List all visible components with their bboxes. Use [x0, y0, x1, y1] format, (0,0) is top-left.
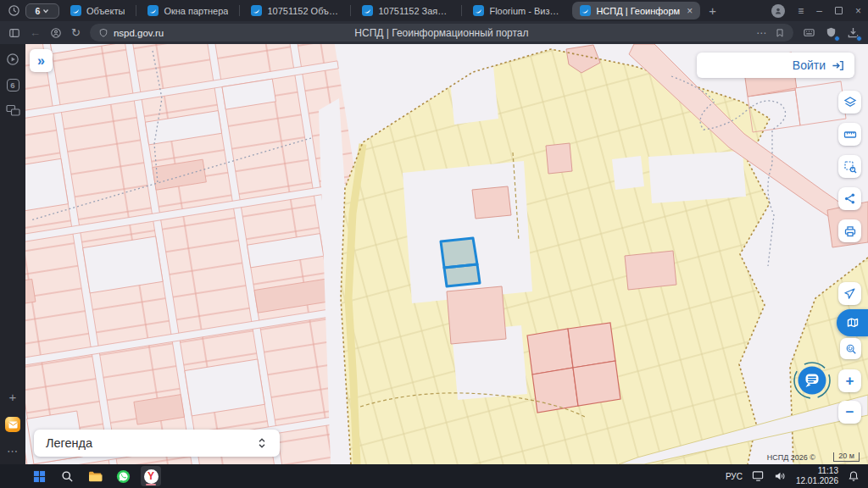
start-button[interactable] — [29, 466, 49, 486]
geolocation-button[interactable] — [838, 282, 861, 305]
tab-label: 10751152 Объект — [267, 6, 339, 16]
browser-side-panel: 6 + ⋯ — [0, 44, 25, 464]
tab-separator — [350, 5, 351, 16]
active-map-tool-button[interactable] — [837, 309, 868, 336]
yandex-browser-icon: Y — [144, 469, 159, 484]
zoom-extent-icon — [845, 343, 857, 355]
url-field[interactable]: nspd.gov.ru НСПД | Геоинформационный пор… — [90, 24, 793, 42]
history-icon[interactable] — [5, 3, 22, 19]
chat-assistant-button[interactable] — [793, 361, 832, 400]
refresh-icon[interactable]: ↻ — [71, 26, 81, 39]
tab-favicon — [147, 5, 159, 16]
protect-icon[interactable] — [825, 26, 837, 39]
close-window-button[interactable]: × — [855, 5, 861, 17]
screens-icon[interactable] — [6, 104, 20, 117]
downloads-icon[interactable] — [847, 26, 860, 39]
tab-request[interactable]: 10751152 Заявка — [354, 2, 458, 19]
browser-address-bar: ← ↻ nspd.gov.ru НСПД | Геоинформационный… — [0, 21, 868, 44]
url-text: nspd.gov.ru — [114, 28, 164, 38]
share-icon — [843, 192, 856, 205]
login-bar[interactable]: Войти — [697, 53, 854, 78]
zoom-in-button[interactable]: + — [838, 369, 861, 392]
new-tab-button[interactable]: + — [709, 3, 716, 18]
volume-icon[interactable] — [774, 470, 787, 482]
tab-label: НСПД | Геоинформ — [596, 6, 680, 16]
sidebar-more-icon[interactable]: ⋯ — [7, 445, 19, 458]
tab-separator — [239, 5, 240, 16]
layers-icon — [843, 96, 857, 109]
tab-object[interactable]: 10751152 Объект — [243, 2, 347, 19]
tab-separator — [461, 5, 462, 16]
taskbar-clock[interactable]: 11:13 12.01.2026 — [796, 466, 838, 486]
screen: 6 Объекты Окна партнера 10751152 Объект … — [0, 0, 868, 488]
legend-bar[interactable]: Легенда — [34, 430, 280, 457]
legend-label: Легенда — [46, 436, 92, 450]
tab-nspd-active[interactable]: НСПД | Геоинформ × — [572, 2, 700, 19]
printer-icon — [843, 225, 857, 238]
tab-favicon — [473, 5, 484, 16]
zoom-out-button[interactable]: − — [838, 401, 861, 424]
tab-counter-button[interactable]: 6 — [25, 3, 59, 19]
language-indicator[interactable]: РУС — [726, 472, 743, 481]
tab-favicon — [580, 5, 591, 16]
tab-separator — [136, 5, 136, 16]
protect-badge — [834, 36, 840, 42]
back-icon[interactable]: ← — [30, 26, 41, 39]
more-actions-icon[interactable]: ⋯ — [756, 27, 766, 39]
geolocation-icon — [843, 287, 856, 300]
profile-circle-icon[interactable] — [50, 27, 62, 39]
bookmark-icon[interactable] — [775, 28, 785, 38]
tray-date: 12.01.2026 — [796, 476, 838, 486]
map-viewport[interactable]: » Войти — [25, 44, 868, 464]
tab-favicon — [251, 5, 262, 16]
red-parcel-cluster — [527, 323, 620, 413]
tab-label: Объекты — [86, 6, 125, 16]
map-attribution: НСПД 2026 © — [767, 453, 815, 462]
collections-icon[interactable] — [803, 26, 815, 39]
measure-tool-button[interactable] — [838, 123, 861, 146]
share-tool-button[interactable] — [838, 187, 861, 210]
area-search-icon — [843, 160, 857, 174]
file-explorer-button[interactable] — [85, 466, 105, 486]
ruler-icon — [843, 128, 857, 141]
area-search-tool-button[interactable] — [838, 155, 861, 178]
sidebar-add-icon[interactable]: + — [9, 390, 17, 404]
tab-floorium[interactable]: Floorium - Визуализа — [465, 2, 569, 19]
browser-tab-bar: 6 Объекты Окна партнера 10751152 Объект … — [0, 0, 868, 21]
whatsapp-button[interactable] — [113, 466, 133, 486]
tab-close-icon[interactable]: × — [687, 5, 693, 17]
minimize-button[interactable]: – — [816, 5, 822, 17]
chevron-down-icon — [42, 8, 49, 14]
zoom-extent-button[interactable] — [840, 338, 861, 359]
legend-expand-icon[interactable] — [256, 436, 268, 450]
tab-partner-windows[interactable]: Окна партнера — [140, 2, 236, 19]
print-tool-button[interactable] — [838, 219, 861, 242]
tray-time: 11:13 — [796, 466, 838, 476]
tab-label: Окна партнера — [164, 6, 228, 16]
login-label: Войти — [793, 58, 826, 72]
yandex-browser-button[interactable]: Y — [141, 466, 161, 486]
profile-avatar[interactable] — [771, 4, 785, 18]
tab-count: 6 — [36, 6, 41, 16]
play-circle-icon[interactable] — [6, 53, 19, 66]
restore-button[interactable] — [835, 7, 843, 14]
tabs-panel-icon[interactable]: 6 — [7, 79, 19, 92]
selected-parcel[interactable] — [441, 238, 480, 286]
tab-label: 10751152 Заявка — [378, 6, 450, 16]
taskbar-search-button[interactable] — [57, 466, 77, 486]
layers-tool-button[interactable] — [838, 91, 861, 114]
sidebar-panels-icon[interactable] — [8, 27, 20, 39]
browser-menu-icon[interactable]: ≡ — [798, 5, 804, 17]
tab-label: Floorium - Визуализа — [489, 6, 561, 16]
login-icon — [832, 59, 844, 72]
expand-panel-button[interactable]: » — [30, 49, 53, 72]
yandex-mail-icon[interactable] — [5, 417, 20, 432]
cadastral-map — [25, 44, 868, 464]
tab-favicon — [70, 5, 81, 16]
windows-taskbar: Y РУС 11:13 12.01.2026 — [0, 464, 868, 488]
network-icon[interactable] — [752, 470, 765, 482]
notifications-bell-icon[interactable] — [848, 470, 860, 482]
tab-objects[interactable]: Объекты — [63, 2, 132, 19]
site-security-icon — [98, 28, 108, 38]
map-tool-icon — [845, 315, 860, 330]
